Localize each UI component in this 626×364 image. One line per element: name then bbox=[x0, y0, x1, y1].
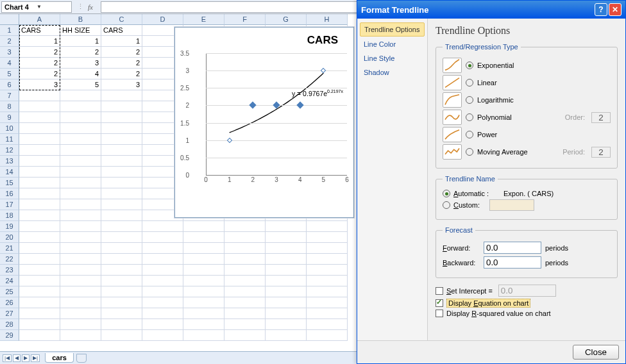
row-header[interactable]: 10 bbox=[0, 123, 19, 134]
cell[interactable]: 1 bbox=[19, 36, 60, 47]
row-header[interactable]: 2 bbox=[0, 36, 19, 47]
row-header[interactable]: 14 bbox=[0, 167, 19, 178]
cell[interactable] bbox=[19, 188, 60, 199]
chart-title[interactable]: CARS bbox=[175, 28, 353, 49]
chart-plot-area[interactable]: 00.511.522.533.5 0123456 y = 0.9767e0.21… bbox=[190, 49, 348, 190]
column-header[interactable]: D bbox=[142, 14, 183, 25]
cell[interactable] bbox=[60, 123, 101, 134]
row-header[interactable]: 13 bbox=[0, 156, 19, 167]
tab-next-icon[interactable]: ▶ bbox=[22, 354, 30, 362]
row-header[interactable]: 25 bbox=[0, 286, 19, 297]
cell[interactable] bbox=[266, 232, 307, 243]
cell[interactable] bbox=[266, 330, 307, 341]
cell[interactable] bbox=[19, 123, 60, 134]
cell[interactable] bbox=[101, 308, 142, 319]
cell[interactable] bbox=[101, 286, 142, 297]
cell[interactable] bbox=[183, 297, 224, 308]
close-button[interactable]: Close bbox=[573, 345, 619, 360]
cell[interactable] bbox=[266, 265, 307, 276]
cell[interactable] bbox=[183, 254, 224, 265]
cell[interactable] bbox=[224, 243, 266, 254]
cell[interactable] bbox=[183, 265, 224, 276]
cell[interactable] bbox=[224, 319, 266, 330]
forecast-backward-input[interactable] bbox=[484, 256, 541, 269]
cell[interactable]: 2 bbox=[60, 47, 101, 58]
cell[interactable] bbox=[266, 286, 307, 297]
cell[interactable] bbox=[224, 221, 266, 232]
row-header[interactable]: 15 bbox=[0, 178, 19, 188]
cell[interactable] bbox=[266, 243, 307, 254]
cell[interactable] bbox=[224, 297, 266, 308]
display-equation-checkbox[interactable] bbox=[436, 299, 443, 307]
type-radio[interactable] bbox=[466, 131, 473, 138]
cell[interactable] bbox=[307, 297, 348, 308]
cell[interactable] bbox=[101, 145, 142, 156]
tab-prev-icon[interactable]: ◀ bbox=[13, 354, 21, 362]
set-intercept-checkbox[interactable] bbox=[436, 287, 443, 295]
cell[interactable] bbox=[142, 254, 183, 265]
cell[interactable] bbox=[307, 308, 348, 319]
cell[interactable] bbox=[60, 265, 101, 276]
split-icon[interactable]: ⋮ bbox=[77, 3, 84, 11]
cell[interactable] bbox=[183, 286, 224, 297]
cell[interactable]: 1 bbox=[60, 36, 101, 47]
cell[interactable]: CARS bbox=[101, 25, 142, 36]
cell[interactable]: 5 bbox=[60, 79, 101, 90]
cell[interactable] bbox=[101, 188, 142, 199]
cell[interactable] bbox=[60, 210, 101, 221]
cell[interactable] bbox=[101, 254, 142, 265]
column-header[interactable]: C bbox=[101, 14, 142, 25]
row-header[interactable]: 9 bbox=[0, 112, 19, 123]
cell[interactable] bbox=[142, 319, 183, 330]
cell[interactable] bbox=[266, 297, 307, 308]
cell[interactable] bbox=[183, 232, 224, 243]
cell[interactable] bbox=[19, 210, 60, 221]
cell[interactable] bbox=[19, 308, 60, 319]
cell[interactable] bbox=[266, 308, 307, 319]
row-header[interactable]: 23 bbox=[0, 265, 19, 276]
cell[interactable] bbox=[142, 243, 183, 254]
cell[interactable] bbox=[183, 221, 224, 232]
row-header[interactable]: 5 bbox=[0, 69, 19, 79]
cell[interactable]: 3 bbox=[19, 79, 60, 90]
cell[interactable] bbox=[307, 330, 348, 341]
cell[interactable] bbox=[60, 112, 101, 123]
row-header[interactable]: 27 bbox=[0, 308, 19, 319]
regression-type-option[interactable]: PolynomialOrder: bbox=[443, 110, 611, 125]
cell[interactable] bbox=[19, 286, 60, 297]
cell[interactable] bbox=[19, 112, 60, 123]
fx-icon[interactable]: fx bbox=[88, 3, 96, 11]
type-radio[interactable] bbox=[466, 148, 473, 156]
cell[interactable] bbox=[60, 178, 101, 188]
cell[interactable] bbox=[19, 145, 60, 156]
cell[interactable] bbox=[60, 188, 101, 199]
dialog-nav-item[interactable]: Line Color bbox=[360, 38, 425, 51]
cell[interactable] bbox=[19, 221, 60, 232]
select-all-corner[interactable] bbox=[0, 14, 19, 25]
cell[interactable]: 2 bbox=[19, 69, 60, 79]
cell[interactable] bbox=[142, 221, 183, 232]
cell[interactable]: 4 bbox=[60, 69, 101, 79]
row-header[interactable]: 8 bbox=[0, 101, 19, 112]
cell[interactable] bbox=[19, 330, 60, 341]
regression-type-option[interactable]: Exponential bbox=[443, 58, 611, 73]
cell[interactable] bbox=[19, 319, 60, 330]
row-header[interactable]: 19 bbox=[0, 221, 19, 232]
cell[interactable] bbox=[60, 232, 101, 243]
name-custom-radio[interactable] bbox=[443, 201, 450, 209]
regression-type-option[interactable]: Moving AveragePeriod: bbox=[443, 144, 611, 160]
cell[interactable] bbox=[101, 319, 142, 330]
cell[interactable] bbox=[60, 243, 101, 254]
cell[interactable] bbox=[307, 286, 348, 297]
cell[interactable]: 3 bbox=[101, 79, 142, 90]
cell[interactable] bbox=[60, 134, 101, 145]
cell[interactable] bbox=[142, 308, 183, 319]
row-header[interactable]: 1 bbox=[0, 25, 19, 36]
row-header[interactable]: 17 bbox=[0, 199, 19, 210]
cell[interactable] bbox=[224, 286, 266, 297]
cell[interactable] bbox=[101, 330, 142, 341]
cell[interactable] bbox=[19, 90, 60, 101]
trendline-equation[interactable]: y = 0.9767e0.2197x bbox=[292, 89, 343, 97]
cell[interactable] bbox=[183, 243, 224, 254]
name-box[interactable]: Chart 4 ▼ bbox=[1, 1, 72, 13]
